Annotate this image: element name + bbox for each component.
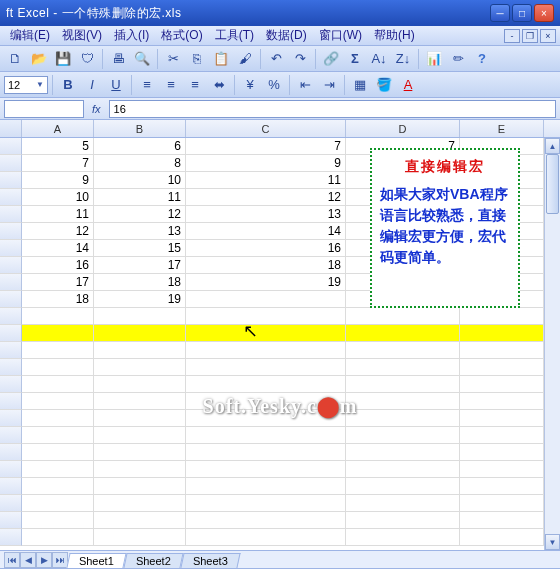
menu-view[interactable]: 视图(V): [56, 26, 108, 45]
row-header[interactable]: [0, 478, 22, 495]
cell[interactable]: [186, 529, 346, 546]
percent-icon[interactable]: %: [263, 74, 285, 96]
increase-indent-icon[interactable]: ⇥: [318, 74, 340, 96]
cell[interactable]: [186, 376, 346, 393]
align-left-icon[interactable]: ≡: [136, 74, 158, 96]
row-header[interactable]: [0, 427, 22, 444]
align-right-icon[interactable]: ≡: [184, 74, 206, 96]
cell[interactable]: [186, 444, 346, 461]
row-header[interactable]: [0, 376, 22, 393]
underline-icon[interactable]: U: [105, 74, 127, 96]
cell[interactable]: [186, 512, 346, 529]
sheet-tab-2[interactable]: Sheet2: [123, 553, 183, 568]
cell[interactable]: [22, 393, 94, 410]
cell[interactable]: 7: [22, 155, 94, 172]
column-header[interactable]: B: [94, 120, 186, 137]
decrease-indent-icon[interactable]: ⇤: [294, 74, 316, 96]
font-size-combo[interactable]: 12 ▼: [4, 76, 48, 94]
cell[interactable]: [460, 478, 544, 495]
cell[interactable]: 14: [186, 223, 346, 240]
cell[interactable]: [186, 291, 346, 308]
cell[interactable]: [22, 512, 94, 529]
cell[interactable]: [346, 495, 460, 512]
help-icon[interactable]: ?: [471, 48, 493, 70]
cell[interactable]: [22, 427, 94, 444]
cell[interactable]: [22, 359, 94, 376]
cell[interactable]: 7: [186, 138, 346, 155]
cell[interactable]: [94, 444, 186, 461]
row-header[interactable]: [0, 308, 22, 325]
sheet-tab-3[interactable]: Sheet3: [180, 553, 240, 568]
cell[interactable]: [94, 461, 186, 478]
borders-icon[interactable]: ▦: [349, 74, 371, 96]
cell[interactable]: [346, 376, 460, 393]
cell[interactable]: [346, 444, 460, 461]
mdi-minimize-button[interactable]: -: [504, 29, 520, 43]
formula-input[interactable]: 16: [109, 100, 556, 118]
cell[interactable]: [22, 478, 94, 495]
italic-icon[interactable]: I: [81, 74, 103, 96]
cell[interactable]: [186, 325, 346, 342]
cell[interactable]: 10: [22, 189, 94, 206]
cell[interactable]: [22, 325, 94, 342]
cell[interactable]: [94, 308, 186, 325]
cell[interactable]: [186, 427, 346, 444]
cell[interactable]: 15: [94, 240, 186, 257]
cell[interactable]: [22, 529, 94, 546]
cell[interactable]: [460, 393, 544, 410]
sort-asc-icon[interactable]: A↓: [368, 48, 390, 70]
row-header[interactable]: [0, 291, 22, 308]
format-painter-icon[interactable]: 🖌: [234, 48, 256, 70]
cell[interactable]: [22, 410, 94, 427]
cell[interactable]: 11: [186, 172, 346, 189]
cell[interactable]: [460, 376, 544, 393]
cell[interactable]: [22, 444, 94, 461]
currency-icon[interactable]: ¥: [239, 74, 261, 96]
cell[interactable]: [94, 325, 186, 342]
cell[interactable]: 12: [94, 206, 186, 223]
autosum-icon[interactable]: Σ: [344, 48, 366, 70]
cell[interactable]: 16: [186, 240, 346, 257]
cell[interactable]: [94, 342, 186, 359]
cell[interactable]: 8: [94, 155, 186, 172]
cell[interactable]: 19: [186, 274, 346, 291]
sheet-tab-1[interactable]: Sheet1: [66, 553, 126, 568]
cell[interactable]: [186, 342, 346, 359]
cell[interactable]: [346, 512, 460, 529]
column-header[interactable]: E: [460, 120, 544, 137]
undo-icon[interactable]: ↶: [265, 48, 287, 70]
row-header[interactable]: [0, 223, 22, 240]
menu-data[interactable]: 数据(D): [260, 26, 313, 45]
align-center-icon[interactable]: ≡: [160, 74, 182, 96]
cell[interactable]: [94, 478, 186, 495]
cell[interactable]: [186, 495, 346, 512]
cell[interactable]: [346, 410, 460, 427]
cell[interactable]: [460, 410, 544, 427]
cell[interactable]: 12: [186, 189, 346, 206]
cell[interactable]: 11: [22, 206, 94, 223]
cell[interactable]: 18: [94, 274, 186, 291]
close-button[interactable]: ×: [534, 4, 554, 22]
cell[interactable]: 17: [94, 257, 186, 274]
save-icon[interactable]: 💾: [52, 48, 74, 70]
cell[interactable]: [22, 495, 94, 512]
cell[interactable]: [22, 376, 94, 393]
row-header[interactable]: [0, 512, 22, 529]
cell[interactable]: 12: [22, 223, 94, 240]
row-header[interactable]: [0, 206, 22, 223]
cell[interactable]: [460, 359, 544, 376]
row-header[interactable]: [0, 274, 22, 291]
fill-color-icon[interactable]: 🪣: [373, 74, 395, 96]
cell[interactable]: 9: [22, 172, 94, 189]
cell[interactable]: [94, 359, 186, 376]
chart-icon[interactable]: 📊: [423, 48, 445, 70]
cell[interactable]: [346, 325, 460, 342]
cell[interactable]: [346, 359, 460, 376]
cell[interactable]: 13: [94, 223, 186, 240]
row-header[interactable]: [0, 529, 22, 546]
name-box[interactable]: [4, 100, 84, 118]
print-icon[interactable]: 🖶: [107, 48, 129, 70]
cell[interactable]: [22, 461, 94, 478]
cell[interactable]: [460, 495, 544, 512]
cell[interactable]: [22, 308, 94, 325]
